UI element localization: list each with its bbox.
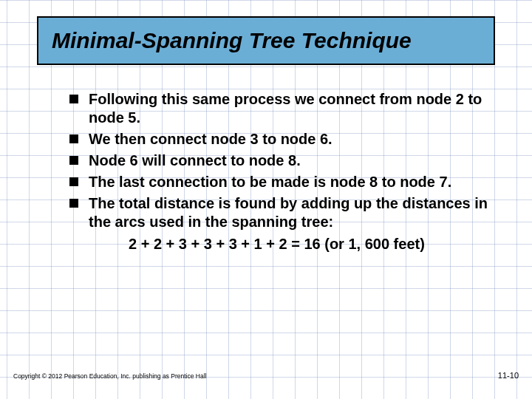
copyright-text: Copyright © 2012 Pearson Education, Inc.… <box>13 372 206 380</box>
slide-title: Minimal-Spanning Tree Technique <box>52 28 480 53</box>
bullet-item: The total distance is found by adding up… <box>69 194 495 231</box>
bullet-item: Node 6 will connect to node 8. <box>69 151 495 170</box>
title-box: Minimal-Spanning Tree Technique <box>37 16 495 65</box>
bullet-list: Following this same process we connect f… <box>37 90 495 253</box>
equation-line: 2 + 2 + 3 + 3 + 3 + 1 + 2 = 16 (or 1, 60… <box>69 234 495 253</box>
bullet-item: We then connect node 3 to node 6. <box>69 130 495 149</box>
slide-content: Minimal-Spanning Tree Technique Followin… <box>0 0 532 399</box>
footer: Copyright © 2012 Pearson Education, Inc.… <box>13 371 519 380</box>
bullet-item: Following this same process we connect f… <box>69 90 495 127</box>
bullet-item: The last connection to be made is node 8… <box>69 173 495 191</box>
page-number: 11-10 <box>498 371 519 380</box>
